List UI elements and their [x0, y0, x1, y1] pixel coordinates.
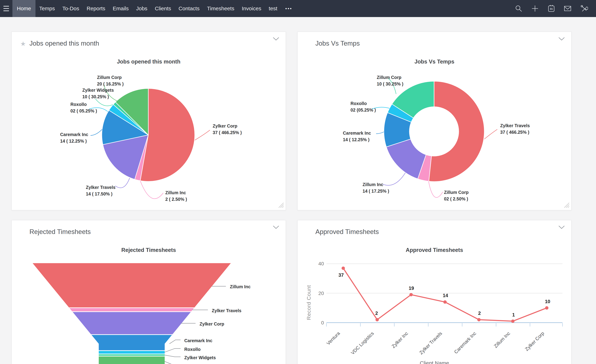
search-icon[interactable] — [514, 4, 523, 13]
line-chart-approved-timesheets: 0204037219142110VenturaVDC LogisticsZylk… — [298, 220, 571, 364]
nav-item-to-dos[interactable]: To-Dos — [59, 0, 83, 17]
chart-label-zillum-corp: Zillum Corp10 ( 30.25% ) — [377, 74, 403, 87]
y-tick-label: 40 — [308, 261, 324, 267]
data-point-vdc-logistics[interactable] — [375, 318, 379, 321]
funnel-segment-zillum-inc[interactable] — [33, 263, 231, 308]
nav-item-reports[interactable]: Reports — [83, 0, 109, 17]
funnel-label-zylker-corp: Zylker Corp — [200, 321, 224, 327]
chart-label-roxollo: Roxollo02 (05.25% ) — [350, 100, 376, 113]
value-label: 14 — [443, 293, 448, 298]
nav-more-button[interactable]: ••• — [281, 0, 296, 17]
calendar-icon[interactable]: 31 — [547, 4, 556, 13]
chart-label-zylker-widgets: Zylker Widgets10 ( 30.25% ) — [82, 87, 114, 100]
funnel-label-roxollo: Roxollo — [184, 347, 201, 352]
chart-title: Jobs opened this month — [12, 59, 286, 65]
resize-handle-icon[interactable] — [276, 200, 284, 209]
panel-jobs-vs-temps: Zylker Travels37 ( 466.25% )Zillum Corp0… — [297, 32, 572, 210]
value-label: 2 — [375, 311, 378, 316]
tools-icon[interactable] — [580, 4, 588, 13]
nav-item-contacts[interactable]: Contacts — [175, 0, 203, 17]
chart-label-zylker-corp: Zylker Corp37 ( 466.25% ) — [213, 123, 242, 136]
chart-label-zillum-inc: Zillum Inc14 ( 17.25% ) — [363, 181, 389, 194]
panel-title: Jobs Vs Temps — [315, 40, 360, 47]
value-label: 2 — [478, 311, 481, 316]
chart-label-zillum-corp: Zillum Corp20 ( 16.25% ) — [97, 74, 124, 87]
nav-item-jobs[interactable]: Jobs — [132, 0, 151, 17]
nav-item-timesheets[interactable]: Timesheets — [203, 0, 238, 17]
chart-label-roxollo: Roxollo02 ( 05.25% ) — [70, 101, 97, 114]
funnel-segment-bottom[interactable] — [99, 356, 165, 364]
hamburger-menu-icon[interactable] — [0, 0, 12, 17]
nav-item-emails[interactable]: Emails — [109, 0, 132, 17]
nav-item-temps[interactable]: Temps — [36, 0, 59, 17]
mail-icon[interactable] — [563, 4, 572, 13]
value-label: 37 — [338, 272, 344, 278]
y-tick-label: 0 — [308, 320, 324, 326]
funnel-segment-roxollo[interactable] — [99, 351, 165, 354]
funnel-segment-caremark-inc[interactable] — [91, 335, 172, 350]
nav-items: HomeTempsTo-DosReportsEmailsJobsClientsC… — [12, 0, 281, 17]
value-label: 19 — [409, 285, 414, 291]
chart-title: Approved Timesheets — [298, 247, 571, 253]
svg-text:31: 31 — [550, 7, 553, 10]
funnel-label-zylker-widgets: Zylker Widgets — [184, 355, 216, 360]
chevron-down-icon[interactable] — [559, 225, 565, 230]
nav-icons: 31 — [514, 0, 596, 17]
chart-title: Rejected Timesheets — [12, 247, 286, 253]
data-point-ventura[interactable] — [342, 267, 345, 270]
panel-jobs-opened-this-month: Zylker Corp37 ( 466.25% )Zillum Inc2 ( 2… — [11, 32, 286, 210]
data-point-zylker-travels[interactable] — [443, 300, 447, 304]
nav-item-home[interactable]: Home — [12, 0, 36, 17]
nav-item-test[interactable]: test — [265, 0, 281, 17]
top-navbar: HomeTempsTo-DosReportsEmailsJobsClientsC… — [0, 0, 596, 17]
chart-label-zylker-travels: Zylker Travels37 ( 466.25% ) — [500, 122, 530, 135]
y-axis-label: Record Count — [306, 285, 312, 320]
panel-approved-timesheets: 0204037219142110VenturaVDC LogisticsZylk… — [297, 220, 572, 364]
chevron-down-icon[interactable] — [273, 225, 279, 230]
x-axis-label: Client Name — [298, 360, 571, 364]
value-label: 10 — [545, 299, 550, 304]
resize-handle-icon[interactable] — [561, 200, 569, 209]
data-point-zylker-corp[interactable] — [545, 306, 548, 310]
chart-label-zillum-corp: Zillum Corp02 ( 2.50% ) — [444, 189, 469, 202]
funnel-label-zylker-travels: Zylker Travels — [212, 308, 241, 313]
data-point-zillum-inc[interactable] — [511, 319, 514, 323]
data-point-caremark-inc[interactable] — [477, 318, 481, 321]
add-icon[interactable] — [531, 4, 539, 13]
funnel-label-caremark-inc: Caremark Inc — [184, 338, 212, 343]
chevron-down-icon[interactable] — [273, 37, 279, 42]
funnel-chart-rejected-timesheets: Zillum IncZylker TravelsZylker CorpCarem… — [12, 220, 286, 364]
funnel-segment-zylker-widgets[interactable] — [99, 354, 165, 356]
funnel-segment-zylker-travels[interactable] — [69, 308, 194, 311]
chevron-down-icon[interactable] — [559, 37, 565, 42]
chart-title: Jobs Vs Temps — [298, 59, 571, 65]
value-label: 1 — [512, 312, 515, 318]
funnel-segment-zylker-corp[interactable] — [73, 312, 191, 334]
panel-title: Rejected Timesheets — [30, 228, 91, 236]
chart-label-zillum-inc: Zillum Inc2 ( 2.50% ) — [165, 189, 187, 203]
nav-item-invoices[interactable]: Invoices — [238, 0, 265, 17]
funnel-label-zillum-inc: Zillum Inc — [230, 284, 251, 289]
chart-label-caremark-inc: Caremark Inc14 ( 12.25% ) — [60, 131, 88, 144]
chart-label-zylker-travels: Zylker Travels14 ( 17.50% ) — [86, 184, 115, 197]
chart-label-caremark-inc: Caremark Inc14 ( 12.25% ) — [343, 130, 371, 143]
star-icon[interactable]: ★ — [20, 40, 26, 48]
panel-title: Jobs opened this month — [30, 40, 99, 47]
nav-item-clients[interactable]: Clients — [151, 0, 175, 17]
data-point-zylker-inc[interactable] — [410, 293, 413, 297]
panel-rejected-timesheets: Zillum IncZylker TravelsZylker CorpCarem… — [11, 220, 286, 364]
panel-title: Approved Timesheets — [315, 228, 379, 236]
